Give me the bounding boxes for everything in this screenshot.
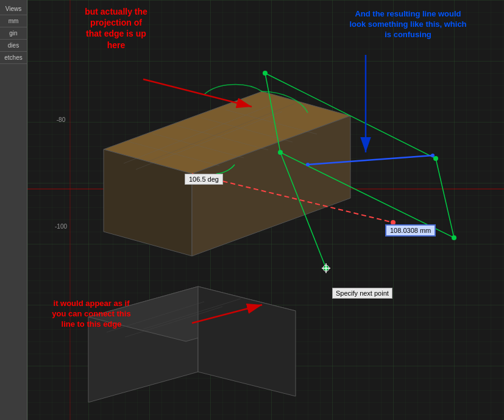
svg-point-35	[431, 154, 435, 157]
svg-text:-80: -80	[57, 116, 66, 123]
sidebar-mm-btn[interactable]: mm	[0, 15, 27, 27]
sidebar-gin-btn[interactable]: gin	[0, 27, 27, 40]
svg-point-26	[433, 156, 438, 161]
svg-point-32	[391, 220, 396, 225]
app-container: Views mm gin dies etches	[0, 0, 504, 420]
scene-svg: -100 -80	[27, 0, 504, 420]
svg-point-25	[263, 71, 268, 76]
svg-text:-100: -100	[55, 223, 67, 230]
svg-point-27	[452, 235, 456, 240]
svg-point-34	[306, 163, 310, 166]
sidebar-views-btn[interactable]: Views	[0, 3, 27, 15]
sidebar: Views mm gin dies etches	[0, 0, 27, 420]
viewport[interactable]: -100 -80	[27, 0, 504, 420]
sidebar-dies-btn[interactable]: dies	[0, 40, 27, 52]
sidebar-etches-btn[interactable]: etches	[0, 52, 27, 64]
